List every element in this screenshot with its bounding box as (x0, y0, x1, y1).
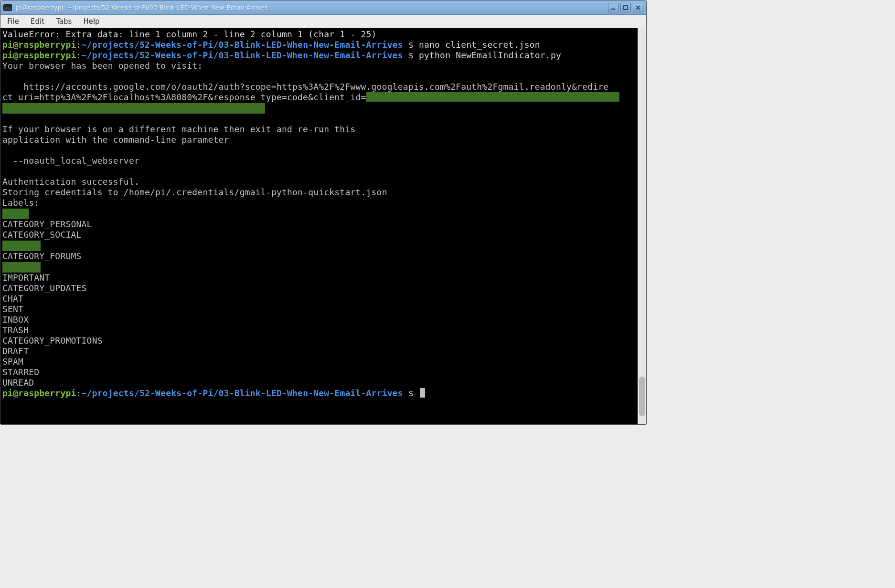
prompt-cwd: ~/projects/52-Weeks-of-Pi/03-Blink-LED-W… (82, 388, 403, 398)
label-item: CATEGORY_PERSONAL (2, 219, 636, 230)
prompt-user: pi@raspberrypi (2, 50, 76, 60)
menu-file[interactable]: File (7, 17, 19, 26)
window-title: pi@raspberrypi: ~/projects/52-Weeks-of-P… (16, 4, 604, 11)
out-browser-opened: Your browser has been opened to visit: (2, 61, 636, 71)
window-buttons (608, 3, 643, 12)
terminal-icon (3, 4, 12, 11)
titlebar[interactable]: pi@raspberrypi: ~/projects/52-Weeks-of-P… (0, 0, 646, 15)
menubar: File Edit Tabs Help (0, 15, 646, 28)
out-blank-4 (2, 166, 636, 177)
redacted-block-3 (2, 208, 636, 219)
out-auth-success: Authentication successful. (2, 177, 636, 187)
out-url-line-2: ct_uri=http%3A%2F%2Flocalhost%3A8080%2F&… (2, 92, 636, 103)
prompt-cwd: ~/projects/52-Weeks-of-Pi/03-Blink-LED-W… (82, 40, 403, 50)
label-item: CATEGORY_SOCIAL (2, 230, 636, 240)
label-item: SPAM (2, 357, 636, 367)
label-item: SENT (2, 304, 636, 315)
out-url-line-2-text: ct_uri=http%3A%2F%2Flocalhost%3A8080%2F&… (2, 92, 366, 102)
out-blank-1 (2, 71, 636, 82)
out-blank-2 (2, 114, 636, 124)
out-noauth: --noauth_local_webserver (2, 156, 636, 166)
label-item: CHAT (2, 294, 636, 304)
prompt-line-3: pi@raspberrypi:~/projects/52-Weeks-of-Pi… (2, 388, 636, 399)
prompt-user: pi@raspberrypi (2, 388, 76, 398)
minimize-icon (611, 5, 616, 10)
label-item: CATEGORY_PROMOTIONS (2, 336, 636, 346)
redacted-block-4 (2, 240, 636, 251)
out-storing: Storing credentials to /home/pi/.credent… (2, 187, 636, 198)
redacted-block-1 (366, 92, 619, 102)
label-item: CATEGORY_FORUMS (2, 251, 636, 262)
prompt-symbol: $ (403, 40, 419, 50)
svg-rect-0 (611, 9, 615, 10)
menu-edit[interactable]: Edit (31, 17, 44, 26)
label-item: INBOX (2, 315, 636, 325)
redacted-span-4 (2, 241, 41, 251)
menu-tabs[interactable]: Tabs (56, 17, 72, 26)
out-blank-3 (2, 145, 636, 156)
prompt-user: pi@raspberrypi (2, 40, 76, 50)
label-item: STARRED (2, 367, 636, 378)
terminal-window: pi@raspberrypi: ~/projects/52-Weeks-of-P… (0, 0, 647, 425)
terminal[interactable]: ValueError: Extra data: line 1 column 2 … (0, 28, 638, 424)
label-item: DRAFT (2, 346, 636, 357)
svg-rect-1 (624, 6, 628, 10)
maximize-button[interactable] (620, 3, 631, 12)
out-url-line-1: https://accounts.google.com/o/oauth2/aut… (2, 82, 636, 92)
labels-header: Labels: (2, 198, 636, 208)
scrollbar-thumb[interactable] (639, 377, 645, 416)
prompt-sep: : (76, 50, 82, 60)
redacted-span-2 (2, 103, 265, 114)
label-item: CATEGORY_UPDATES (2, 283, 636, 294)
redacted-span-5 (2, 262, 41, 273)
menu-help[interactable]: Help (83, 17, 99, 26)
close-button[interactable] (633, 3, 643, 12)
redacted-block-2 (2, 103, 636, 114)
command-2: python NewEmailIndicator.py (419, 50, 561, 60)
label-item: IMPORTANT (2, 273, 636, 283)
out-diff-machine-1: If your browser is on a different machin… (2, 124, 636, 135)
label-item: TRASH (2, 325, 636, 336)
label-item: UNREAD (2, 378, 636, 388)
maximize-icon (623, 5, 628, 10)
redacted-span-3 (2, 209, 29, 219)
prompt-sep: : (76, 388, 82, 398)
close-icon (636, 5, 640, 10)
prompt-symbol: $ (403, 50, 419, 60)
out-diff-machine-2: application with the command-line parame… (2, 135, 636, 145)
prompt-symbol: $ (403, 388, 419, 398)
prompt-cwd: ~/projects/52-Weeks-of-Pi/03-Blink-LED-W… (82, 50, 403, 60)
cursor (420, 388, 425, 398)
command-1: nano client_secret.json (419, 40, 540, 50)
prompt-sep: : (76, 40, 82, 50)
prompt-line-2: pi@raspberrypi:~/projects/52-Weeks-of-Pi… (2, 50, 636, 61)
error-line: ValueError: Extra data: line 1 column 2 … (2, 29, 636, 40)
terminal-wrap: ValueError: Extra data: line 1 column 2 … (0, 28, 646, 424)
scrollbar[interactable] (638, 28, 646, 424)
minimize-button[interactable] (608, 3, 618, 12)
prompt-line-1: pi@raspberrypi:~/projects/52-Weeks-of-Pi… (2, 40, 636, 50)
redacted-block-5 (2, 262, 636, 273)
